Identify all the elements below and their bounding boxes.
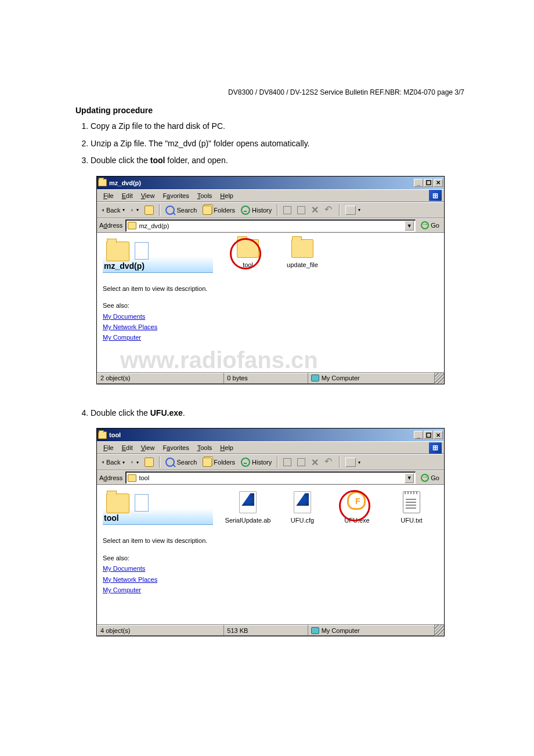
step4-bold: UFU.exe	[150, 408, 183, 417]
window-title: mz_dvd(p)	[109, 179, 414, 186]
menu-tools[interactable]: Tools	[193, 191, 217, 200]
file-item-ufutxt[interactable]: UFU.txt	[389, 491, 434, 524]
close-button[interactable]: ✕	[434, 179, 443, 187]
file-item-ufucfg[interactable]: UFU.cfg	[280, 491, 324, 524]
go-button[interactable]: Go	[418, 221, 442, 229]
menu-view[interactable]: View	[137, 191, 159, 200]
menu-help[interactable]: Help	[216, 191, 237, 200]
titlebar[interactable]: tool _ ✕	[97, 429, 444, 441]
search-button[interactable]: Search	[164, 456, 199, 468]
up-button[interactable]	[143, 204, 156, 216]
delete-button[interactable]: ✕	[309, 456, 320, 469]
maximize-button[interactable]	[424, 179, 433, 187]
history-button[interactable]: History	[239, 204, 273, 216]
folder-icon	[106, 494, 129, 513]
status-count: 2 object(s)	[97, 373, 224, 384]
statusbar: 2 object(s) 0 bytes My Computer	[97, 372, 444, 384]
address-field[interactable]: mz_dvd(p) ▼	[125, 219, 416, 232]
left-panel: tool Select an item to view its descript…	[97, 485, 219, 624]
maximize-button[interactable]	[424, 431, 433, 439]
folder-icon	[237, 239, 259, 258]
content-area: tool Select an item to view its descript…	[97, 485, 444, 624]
icon-area[interactable]: tool update_file	[219, 233, 444, 372]
menu-file[interactable]: File	[99, 443, 118, 452]
views-button[interactable]: ▾	[344, 204, 362, 216]
go-button[interactable]: Go	[418, 474, 442, 482]
link-networkplaces[interactable]: My Network Places	[103, 323, 213, 332]
views-button[interactable]: ▾	[344, 456, 362, 468]
minimize-button[interactable]: _	[414, 431, 423, 439]
go-icon	[421, 474, 429, 482]
delete-button[interactable]: ✕	[309, 203, 320, 217]
menu-favorites[interactable]: Favorites	[158, 191, 193, 200]
step-3: Double click the tool folder, and open.	[91, 155, 476, 167]
computer-icon	[311, 375, 319, 381]
folder-icon	[98, 179, 107, 186]
menu-edit[interactable]: Edit	[118, 443, 137, 452]
statusbar: 4 object(s) 513 KB My Computer	[97, 624, 444, 636]
file-item-ufuexe[interactable]: UFU.exe	[335, 491, 379, 524]
undo-button[interactable]	[323, 206, 335, 215]
status-loc-text: My Computer	[322, 627, 360, 634]
step-2: Unzip a Zip file. The "mz_dvd (p)" folde…	[91, 138, 476, 150]
link-mycomputer[interactable]: My Computer	[103, 333, 213, 342]
menu-file[interactable]: File	[99, 191, 118, 200]
minimize-button[interactable]: _	[414, 179, 423, 187]
dropdown-button[interactable]: ▼	[405, 473, 414, 483]
up-button[interactable]	[143, 456, 156, 468]
computer-icon	[311, 627, 319, 634]
menu-favorites[interactable]: Favorites	[158, 443, 193, 452]
close-button[interactable]: ✕	[434, 431, 443, 439]
step4-post: .	[183, 408, 185, 417]
address-field[interactable]: tool ▼	[125, 471, 416, 484]
back-button[interactable]: Back▾	[99, 206, 127, 215]
panel-desc: Select an item to view its description.	[103, 285, 213, 293]
svg-rect-0	[426, 181, 430, 185]
icon-area[interactable]: SerialUpdate.ab UFU.cfg UFU.exe UFU.txt	[219, 485, 444, 624]
menu-edit[interactable]: Edit	[118, 191, 137, 200]
doc-icon	[135, 242, 149, 260]
dropdown-button[interactable]: ▼	[405, 221, 414, 231]
forward-button[interactable]: ▾	[129, 458, 140, 466]
menubar: File Edit View Favorites Tools Help ⊞	[97, 189, 444, 202]
back-button[interactable]: Back▾	[99, 458, 127, 467]
toolbar: Back▾ ▾ Search Folders History ✕ ▾	[97, 202, 444, 218]
copyto-button[interactable]	[295, 205, 307, 215]
txt-icon	[403, 491, 420, 513]
resize-grip[interactable]	[435, 625, 444, 636]
file-item-serialupdate[interactable]: SerialUpdate.ab	[226, 491, 270, 524]
window-title: tool	[109, 431, 414, 438]
moveto-button[interactable]	[282, 457, 293, 467]
folders-button[interactable]: Folders	[201, 456, 237, 468]
go-label: Go	[431, 474, 439, 481]
resize-grip[interactable]	[435, 373, 444, 384]
status-location: My Computer	[308, 373, 435, 384]
link-mycomputer[interactable]: My Computer	[103, 586, 213, 595]
folder-item-tool[interactable]: tool	[226, 239, 270, 268]
left-panel: mz_dvd(p) Select an item to view its des…	[97, 233, 219, 372]
undo-button[interactable]	[323, 458, 335, 467]
procedure-list: Copy a Zip file to the hard disk of PC. …	[75, 121, 476, 167]
file-label: SerialUpdate.ab	[225, 517, 271, 524]
link-networkplaces[interactable]: My Network Places	[103, 575, 213, 584]
link-mydocuments[interactable]: My Documents	[103, 312, 213, 321]
history-button[interactable]: History	[239, 456, 273, 468]
copyto-button[interactable]	[295, 457, 307, 467]
menu-tools[interactable]: Tools	[193, 443, 217, 452]
forward-button[interactable]: ▾	[129, 206, 140, 214]
menu-view[interactable]: View	[137, 443, 159, 452]
menu-help[interactable]: Help	[216, 443, 237, 452]
procedure-list-cont: Double click the UFU.exe.	[75, 408, 476, 419]
link-mydocuments[interactable]: My Documents	[103, 564, 213, 573]
moveto-button[interactable]	[282, 205, 293, 215]
status-count: 4 object(s)	[97, 625, 224, 636]
titlebar[interactable]: mz_dvd(p) _ ✕	[97, 177, 444, 189]
folder-item-updatefile[interactable]: update_file	[280, 239, 324, 268]
panel-banner: tool	[103, 489, 213, 525]
doc-icon	[135, 494, 149, 512]
search-button[interactable]: Search	[164, 204, 199, 216]
folders-button[interactable]: Folders	[201, 204, 237, 216]
toolbar: Back▾ ▾ Search Folders History ✕ ▾	[97, 454, 444, 470]
panel-title: mz_dvd(p)	[104, 261, 145, 271]
content-area: mz_dvd(p) Select an item to view its des…	[97, 233, 444, 372]
